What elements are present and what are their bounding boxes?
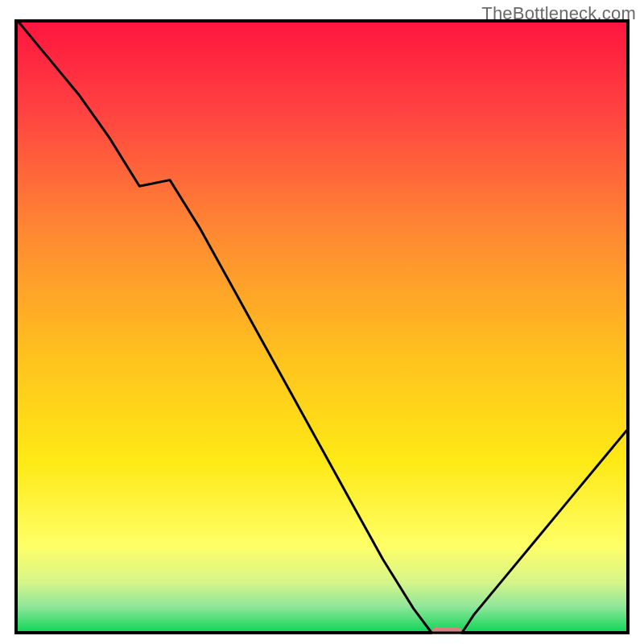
chart-svg [14,19,630,634]
bottleneck-chart: TheBottleneck.com [0,0,644,644]
